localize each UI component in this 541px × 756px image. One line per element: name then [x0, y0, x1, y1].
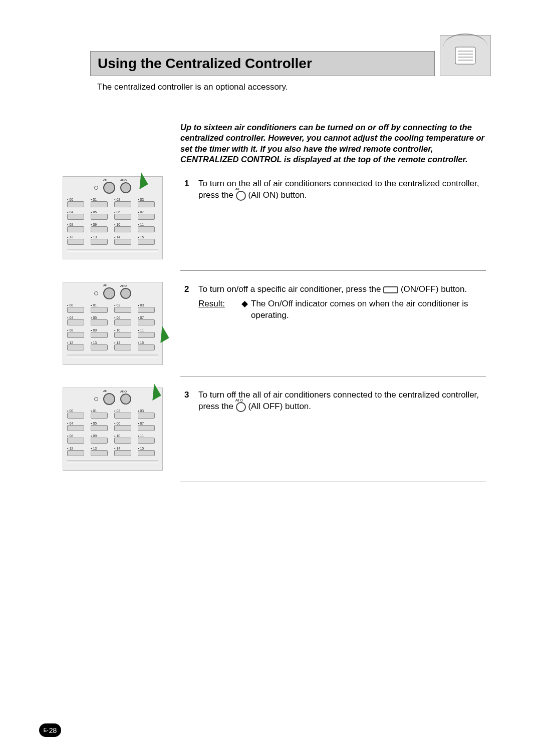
unit-toggle-button[interactable] — [114, 413, 131, 419]
unit-cell: • 01 — [91, 303, 111, 313]
unit-toggle-button[interactable] — [138, 214, 155, 220]
unit-cell: • 11 — [138, 434, 158, 444]
unit-toggle-button[interactable] — [114, 438, 131, 444]
unit-toggle-button[interactable] — [138, 239, 155, 245]
unit-toggle-button[interactable] — [138, 201, 155, 207]
unit-toggle-button[interactable] — [67, 438, 84, 444]
unit-cell: • 09 — [91, 328, 111, 338]
unit-number: • 11 — [138, 328, 144, 332]
unit-cell: • 02 — [114, 198, 135, 207]
all-off-button[interactable]: All O — [120, 394, 131, 405]
unit-toggle-button[interactable] — [91, 450, 108, 456]
unit-toggle-button[interactable] — [114, 450, 131, 456]
unit-number: • 09 — [91, 223, 97, 226]
unit-cell: • 02 — [114, 303, 135, 313]
unit-cell: • 02 — [114, 409, 135, 419]
unit-cell: • 09 — [91, 434, 111, 444]
unit-toggle-button[interactable] — [114, 307, 131, 313]
all-off-button[interactable]: All O — [120, 182, 131, 193]
status-led — [94, 186, 98, 190]
unit-number: • 15 — [138, 447, 144, 450]
step-body: To turn off the all of air conditioners … — [198, 390, 491, 413]
unit-toggle-button[interactable] — [114, 201, 131, 207]
title-box: Using the Centralized Controller — [90, 51, 435, 76]
all-on-button[interactable]: All — [103, 182, 115, 194]
unit-number: • 04 — [67, 422, 73, 425]
unit-toggle-button[interactable] — [114, 344, 131, 350]
unit-toggle-button[interactable] — [138, 425, 155, 431]
unit-number: • 15 — [138, 341, 144, 344]
unit-toggle-button[interactable] — [91, 226, 108, 232]
unit-cell: • 12 — [67, 235, 88, 245]
unit-number: • 10 — [114, 223, 120, 226]
unit-toggle-button[interactable] — [91, 413, 108, 419]
unit-toggle-button[interactable] — [67, 239, 84, 245]
unit-cell: • 05 — [91, 422, 111, 431]
all-off-button[interactable]: All O — [120, 288, 131, 299]
unit-toggle-button[interactable] — [91, 438, 108, 444]
unit-toggle-button[interactable] — [91, 239, 108, 245]
unit-number: • 08 — [67, 328, 73, 332]
unit-toggle-button[interactable] — [67, 332, 84, 338]
unit-cell: • 07 — [138, 422, 158, 431]
unit-toggle-button[interactable] — [114, 226, 131, 232]
unit-toggle-button[interactable] — [67, 319, 84, 325]
unit-toggle-button[interactable] — [91, 425, 108, 431]
unit-toggle-button[interactable] — [67, 226, 84, 232]
unit-cell: • 08 — [67, 328, 88, 338]
controller-panel-1: All All O • 00• 01• 02• 03• 04• 05• 06• … — [63, 176, 163, 259]
unit-cell: • 15 — [138, 235, 158, 245]
unit-toggle-button[interactable] — [67, 214, 84, 220]
unit-toggle-button[interactable] — [114, 319, 131, 325]
unit-number: • 03 — [138, 198, 144, 201]
unit-toggle-button[interactable] — [67, 450, 84, 456]
unit-toggle-button[interactable] — [138, 226, 155, 232]
divider — [180, 376, 486, 376]
unit-cell: • 05 — [91, 210, 111, 220]
unit-number: • 14 — [114, 341, 120, 344]
unit-toggle-button[interactable] — [67, 413, 84, 419]
unit-toggle-button[interactable] — [138, 438, 155, 444]
unit-toggle-button[interactable] — [114, 332, 131, 338]
unit-toggle-button[interactable] — [138, 332, 155, 338]
status-led — [94, 291, 98, 295]
unit-number: • 00 — [67, 198, 73, 201]
unit-number: • 11 — [138, 223, 144, 226]
manual-page: Using the Centralized Controller The cen… — [0, 0, 541, 756]
unit-cell: • 03 — [138, 409, 158, 419]
unit-number: • 00 — [67, 303, 73, 307]
unit-cell: • 13 — [91, 447, 111, 456]
unit-number: • 06 — [114, 210, 120, 214]
unit-toggle-button[interactable] — [114, 425, 131, 431]
unit-toggle-button[interactable] — [67, 307, 84, 313]
unit-toggle-button[interactable] — [138, 413, 155, 419]
unit-toggle-button[interactable] — [91, 319, 108, 325]
unit-toggle-button[interactable] — [67, 201, 84, 207]
unit-number: • 01 — [91, 409, 97, 413]
unit-number: • 02 — [114, 303, 120, 307]
unit-toggle-button[interactable] — [91, 201, 108, 207]
unit-toggle-button[interactable] — [138, 319, 155, 325]
unit-toggle-button[interactable] — [91, 332, 108, 338]
unit-toggle-button[interactable] — [114, 239, 131, 245]
unit-toggle-button[interactable] — [91, 307, 108, 313]
all-off-icon — [236, 402, 246, 412]
unit-toggle-button[interactable] — [67, 344, 84, 350]
unit-toggle-button[interactable] — [138, 307, 155, 313]
all-on-button[interactable]: All — [103, 287, 115, 299]
unit-cell: • 00 — [67, 198, 88, 207]
unit-toggle-button[interactable] — [138, 344, 155, 350]
unit-toggle-button[interactable] — [67, 425, 84, 431]
unit-cell: • 06 — [114, 316, 135, 325]
unit-toggle-button[interactable] — [91, 344, 108, 350]
unit-number: • 04 — [67, 316, 73, 319]
step-body: To turn on the all of air conditioners c… — [198, 178, 491, 201]
unit-toggle-button[interactable] — [114, 214, 131, 220]
unit-cell: • 01 — [91, 198, 111, 207]
unit-toggle-button[interactable] — [138, 450, 155, 456]
unit-number: • 12 — [67, 341, 73, 344]
unit-toggle-button[interactable] — [91, 214, 108, 220]
unit-cell: • 12 — [67, 447, 88, 456]
all-on-button[interactable]: All — [103, 393, 115, 405]
unit-number: • 12 — [67, 447, 73, 450]
